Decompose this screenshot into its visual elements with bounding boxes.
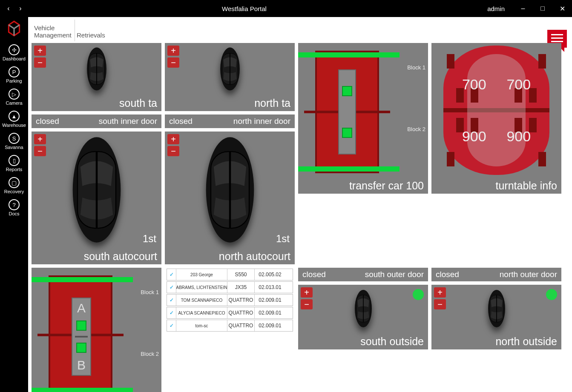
sidebar: ✢Dashboard PParking ▷Camera ▲Warehouse S… (0, 17, 28, 392)
close-button[interactable]: ✕ (552, 5, 572, 13)
queue-row[interactable]: ✓203 GeorgeS55002.005.02 (167, 269, 293, 280)
position-label: 1st (276, 233, 290, 245)
door-south-inner[interactable]: closed south inner door (32, 114, 161, 128)
sensor-indicator-icon (76, 343, 86, 353)
sidebar-item-warehouse[interactable]: ▲Warehouse (0, 111, 28, 128)
tab-label-line: Management (34, 31, 72, 39)
sidebar-item-savanna[interactable]: SSavanna (0, 133, 28, 150)
camera-icon: ▷ (9, 89, 20, 100)
zoom-in-button[interactable]: + (167, 134, 179, 144)
transfer-car-100-diagram (302, 47, 392, 177)
panel-south-autocourt[interactable]: + − 1st south autocourt (32, 132, 161, 264)
queue-name: ABRAMS, LICHTENSTEIN (176, 282, 227, 293)
sensor-indicator-icon (342, 86, 352, 96)
check-icon: ✓ (167, 282, 176, 293)
zoom-in-button[interactable]: + (34, 134, 46, 144)
sidebar-item-dashboard[interactable]: ✢Dashboard (0, 44, 28, 61)
sidebar-item-reports[interactable]: ▯Reports (0, 155, 28, 172)
sidebar-item-docs[interactable]: ?Docs (0, 199, 28, 216)
sidebar-item-parking[interactable]: PParking (0, 66, 28, 83)
nav-back-button[interactable]: ‹ (3, 5, 14, 12)
panel-title: south ta (119, 97, 157, 109)
block-label: Block 2 (141, 351, 159, 357)
zoom-out-button[interactable]: − (434, 299, 446, 309)
turntable-value: 700 (506, 76, 531, 93)
zoom-controls: + − (167, 134, 179, 156)
sidebar-item-label: Parking (6, 78, 22, 83)
panel-south-ta[interactable]: + − south ta (32, 43, 161, 111)
door-status: closed (436, 270, 459, 279)
zoom-in-button[interactable]: + (34, 46, 46, 56)
zoom-out-button[interactable]: − (34, 57, 46, 68)
app-logo-icon (5, 20, 23, 37)
tab-label-line: Vehicle (34, 24, 55, 31)
sidebar-item-label: Warehouse (2, 123, 26, 128)
zoom-controls: + − (167, 46, 179, 68)
nav-forward-button[interactable]: › (14, 5, 26, 12)
check-icon: ✓ (167, 307, 176, 318)
turntable-diagram: 700 700 900 900 (443, 46, 549, 175)
sidebar-item-label: Recovery (4, 189, 24, 194)
panel-title: south outside (360, 335, 424, 348)
zoom-out-button[interactable]: − (167, 57, 179, 68)
queue-model: S550 (227, 269, 255, 280)
queue-row[interactable]: ✓tom-scQUATTRO02.009.01 (167, 320, 293, 332)
panel-north-outside[interactable]: + − north outside (431, 285, 561, 349)
sidebar-item-label: Camera (6, 100, 22, 106)
check-icon: ✓ (167, 320, 176, 331)
panel-transfer-car-100[interactable]: Block 1 Block 2 transfer car 100 (298, 43, 428, 194)
panel-title: transfer car 100 (349, 180, 424, 192)
panel-transfer-car-200[interactable]: A B Block 1 Block 2 transfer car 200 (32, 268, 161, 392)
zoom-controls: + − (434, 287, 446, 309)
tab-vehicle-management[interactable]: Vehicle Management (32, 20, 75, 41)
check-icon: ✓ (167, 269, 176, 280)
tab-bar: Vehicle Management Retrievals (32, 20, 569, 41)
zoom-in-button[interactable]: + (167, 46, 179, 56)
door-status: closed (36, 117, 59, 126)
door-south-outer[interactable]: closed south outer door (298, 268, 428, 281)
parking-icon: P (9, 66, 20, 77)
sidebar-item-camera[interactable]: ▷Camera (0, 89, 28, 106)
car-icon (85, 46, 109, 92)
transfer-car-200-diagram: A B (36, 272, 125, 392)
panel-turntable-info[interactable]: 700 700 900 900 turntable info (431, 43, 561, 194)
door-status: closed (169, 117, 193, 126)
queue-row[interactable]: ✓ALYCIA SCANNEPIECOQUATTRO02.009.01 (167, 307, 293, 319)
queue-model: JX35 (227, 282, 255, 293)
tab-retrievals[interactable]: Retrievals (75, 20, 109, 41)
panel-title: south autocourt (84, 250, 157, 263)
queue-location: 02.005.02 (255, 269, 285, 280)
zoom-out-button[interactable]: − (34, 146, 46, 156)
minimize-button[interactable]: – (513, 5, 533, 13)
panel-north-autocourt[interactable]: + − 1st north autocourt (165, 132, 295, 264)
maximize-button[interactable]: □ (533, 5, 552, 13)
zoom-out-button[interactable]: − (301, 299, 313, 309)
zoom-controls: + − (301, 287, 313, 309)
pallet-label: A (77, 301, 86, 315)
panel-title: north autocourt (219, 250, 290, 263)
tab-label: Retrievals (77, 31, 105, 39)
docs-icon: ? (9, 199, 20, 210)
zoom-out-button[interactable]: − (167, 146, 179, 156)
dashboard-grid: + − south ta + − north ta (32, 43, 569, 392)
car-icon (353, 287, 374, 330)
car-icon (56, 132, 137, 247)
sidebar-item-label: Reports (6, 167, 23, 172)
car-icon (218, 46, 242, 92)
gate-open-indicator-icon (298, 166, 400, 172)
panel-outbound-queue: ✓203 GeorgeS55002.005.02✓ABRAMS, LICHTEN… (165, 268, 295, 392)
zoom-in-button[interactable]: + (434, 287, 446, 298)
queue-model: QUATTRO (227, 307, 255, 318)
sidebar-item-recovery[interactable]: ▢Recovery (0, 177, 28, 194)
green-light-indicator-icon (413, 289, 424, 300)
zoom-in-button[interactable]: + (301, 287, 313, 298)
queue-row[interactable]: ✓TOM SCANNAPIECOQUATTRO02.009.01 (167, 294, 293, 306)
panel-south-outside[interactable]: + − south outside (298, 285, 428, 349)
queue-row[interactable]: ✓ABRAMS, LICHTENSTEINJX3502.013.01 (167, 281, 293, 293)
door-north-outer[interactable]: closed north outer door (431, 268, 561, 281)
reports-icon: ▯ (9, 155, 20, 166)
panel-north-ta[interactable]: + − north ta (165, 43, 295, 111)
queue-name: 203 George (176, 269, 227, 280)
door-north-inner[interactable]: closed north inner door (165, 114, 295, 128)
recovery-icon: ▢ (9, 177, 20, 188)
